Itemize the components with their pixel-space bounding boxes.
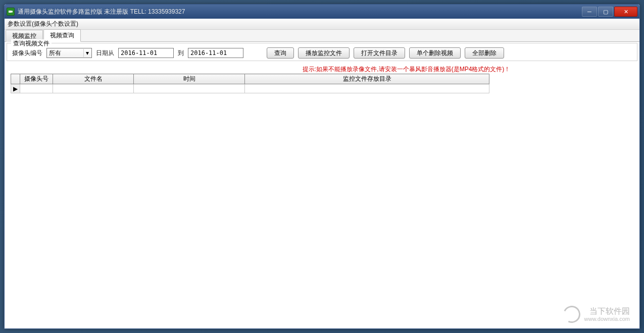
row-indicator-icon: ▶ xyxy=(11,84,20,93)
date-from-label: 日期从 xyxy=(96,49,114,58)
camera-combo-value: 所有 xyxy=(49,49,61,58)
chevron-down-icon: ▾ xyxy=(83,49,90,57)
delete-all-button[interactable]: 全部删除 xyxy=(465,47,504,59)
svg-marker-1 xyxy=(12,11,13,13)
camera-combo[interactable]: 所有 ▾ xyxy=(46,48,92,58)
close-button[interactable]: ✕ xyxy=(614,7,637,17)
table-row[interactable]: ▶ xyxy=(11,84,489,93)
results-grid-wrap: 摄像头号 文件名 时间 监控文件存放目录 ▶ xyxy=(5,74,639,328)
hint-text: 提示:如果不能播放录像文件,请安装一个暴风影音播放器(是MP4格式的文件)！ xyxy=(5,65,639,74)
menu-settings[interactable]: 参数设置(摄像头个数设置) xyxy=(8,20,78,28)
window-controls: ─ ▢ ✕ xyxy=(582,7,637,17)
col-time[interactable]: 时间 xyxy=(134,74,245,84)
camera-label: 摄像头编号 xyxy=(12,49,42,58)
app-window: 通用摄像头监控软件多路监控版 未注册版 TELL: 13335939327 ─ … xyxy=(4,4,640,329)
maximize-button[interactable]: ▢ xyxy=(598,7,613,17)
menubar: 参数设置(摄像头个数设置) xyxy=(5,19,639,30)
tabbar: 视频监控 视频查询 xyxy=(5,30,639,42)
date-to-label: 到 xyxy=(178,49,184,58)
delete-single-button[interactable]: 单个删除视频 xyxy=(409,47,461,59)
date-from-input[interactable] xyxy=(118,48,174,58)
svg-rect-0 xyxy=(9,11,12,13)
open-dir-button[interactable]: 打开文件目录 xyxy=(354,47,405,59)
query-fieldset: 查询视频文件 摄像头编号 所有 ▾ 日期从 到 查询 播放监控文件 打开文件目录… xyxy=(7,43,637,61)
play-button[interactable]: 播放监控文件 xyxy=(298,47,350,59)
fieldset-legend: 查询视频文件 xyxy=(11,39,52,48)
results-grid[interactable]: 摄像头号 文件名 时间 监控文件存放目录 ▶ xyxy=(11,74,489,93)
titlebar[interactable]: 通用摄像头监控软件多路监控版 未注册版 TELL: 13335939327 ─ … xyxy=(5,5,639,19)
content-area: 查询视频文件 摄像头编号 所有 ▾ 日期从 到 查询 播放监控文件 打开文件目录… xyxy=(5,42,639,328)
col-filename[interactable]: 文件名 xyxy=(53,74,134,84)
date-to-input[interactable] xyxy=(188,48,243,58)
col-camno[interactable]: 摄像头号 xyxy=(20,74,53,84)
minimize-button[interactable]: ─ xyxy=(582,7,597,17)
row-header-corner xyxy=(11,74,20,84)
col-dir[interactable]: 监控文件存放目录 xyxy=(245,74,489,84)
window-title: 通用摄像头监控软件多路监控版 未注册版 TELL: 13335939327 xyxy=(18,8,582,16)
query-row: 摄像头编号 所有 ▾ 日期从 到 查询 播放监控文件 打开文件目录 单个删除视频… xyxy=(12,47,632,59)
app-icon xyxy=(7,8,15,16)
query-button[interactable]: 查询 xyxy=(267,47,294,59)
